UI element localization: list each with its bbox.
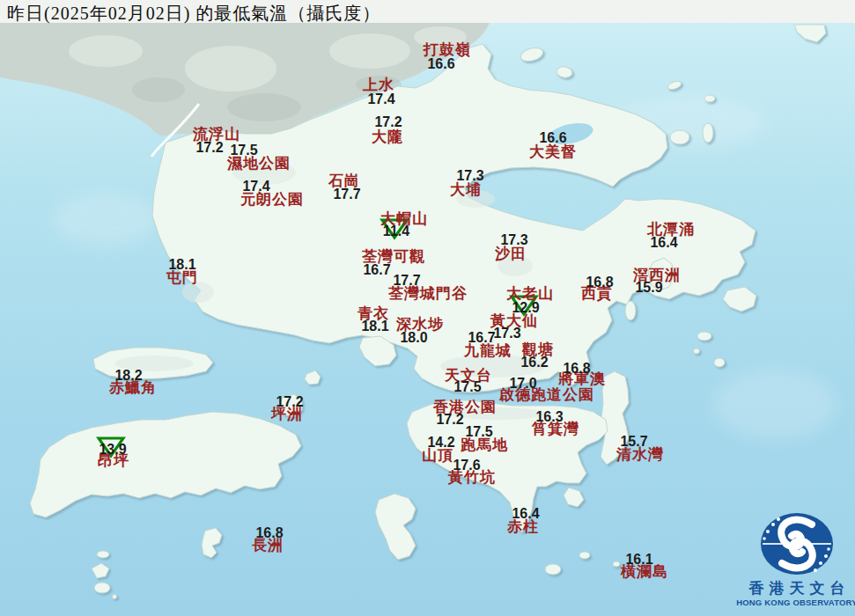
station-min-temp-value: 13.9 (99, 443, 126, 457)
hko-logo-name-zh: 香港天文台 (733, 581, 855, 598)
station-min-temp-value: 18.0 (400, 331, 427, 345)
hko-logo-name-en: HONG KONG OBSERVATORY (733, 598, 855, 608)
hko-logo: 香港天文台 HONG KONG OBSERVATORY (733, 509, 855, 608)
station-min-temp-value: 17.2 (436, 413, 463, 427)
station-min-temp-value: 17.2 (195, 141, 223, 155)
station-min-temp-value: 17.2 (374, 115, 402, 129)
station-min-temp-value: 15.9 (635, 281, 662, 295)
station-name: 山頂 (422, 448, 453, 463)
station-min-temp-value: 17.7 (333, 187, 360, 202)
station-min-temp-value: 16.1 (625, 553, 652, 567)
station-min-temp-value: 17.2 (276, 395, 303, 409)
station-name: 打鼓嶺 (424, 42, 471, 57)
station-name: 沙田 (495, 246, 527, 261)
station-min-temp-value: 11.4 (383, 224, 409, 238)
station-name: 濕地公園 (227, 156, 291, 171)
station-min-temp-value: 18.1 (168, 258, 195, 272)
station-min-temp-value: 17.5 (465, 425, 492, 439)
station-min-temp-value: 16.4 (650, 236, 677, 250)
station-min-temp-value: 18.2 (114, 369, 142, 383)
station-min-temp-value: 16.8 (586, 275, 613, 290)
station-min-temp-value: 16.6 (427, 57, 454, 71)
station-min-temp-value: 12.9 (512, 301, 539, 315)
station-min-temp-value: 16.4 (512, 507, 539, 521)
station-min-temp-value: 17.3 (493, 326, 520, 341)
hko-min-temp-map-page: 昨日(2025年02月02日) 的最低氣溫（攝氏度） 打鼓嶺16.6上水17.4… (0, 0, 855, 616)
station-min-temp-value: 17.5 (453, 380, 481, 394)
station-name: 赤柱 (507, 519, 539, 534)
station-min-temp-value: 16.7 (363, 263, 390, 277)
station-min-temp-value: 17.0 (509, 377, 536, 391)
station-name: 屯門 (166, 270, 198, 285)
station-name: 跑馬地 (461, 437, 508, 452)
station-min-temp-value: 16.8 (255, 526, 283, 540)
station-name: 大老山 (506, 286, 554, 301)
station-min-temp-value: 16.8 (563, 362, 590, 376)
station-name: 上水 (363, 77, 394, 92)
station-min-temp-value: 17.3 (500, 233, 527, 247)
station-min-temp-value: 17.4 (367, 92, 394, 106)
station-min-temp-value: 16.2 (520, 356, 548, 370)
station-min-temp-value: 17.4 (242, 180, 269, 194)
station-min-temp-value: 16.7 (468, 331, 495, 345)
station-min-temp-value: 17.5 (230, 143, 257, 158)
station-name: 荃灣可觀 (362, 249, 425, 264)
station-name: 流浮山 (193, 127, 240, 142)
page-title: 昨日(2025年02月02日) 的最低氣溫（攝氏度） (7, 2, 380, 26)
station-min-temp-value: 16.6 (539, 131, 566, 145)
station-name: 元朗公園 (240, 192, 304, 207)
station-name: 清水灣 (616, 447, 664, 462)
hong-kong-map (0, 0, 855, 616)
station-min-temp-value: 15.7 (620, 435, 647, 449)
station-min-temp-value: 17.6 (453, 458, 480, 473)
station-name: 大隴 (372, 129, 403, 144)
station-min-temp-value: 16.3 (535, 410, 563, 424)
station-min-temp-value: 18.1 (361, 319, 388, 334)
station-name: 石崗 (328, 173, 360, 188)
station-name: 北潭涌 (647, 222, 695, 237)
station-name: 深水埗 (396, 317, 444, 332)
station-name: 九龍城 (464, 343, 512, 358)
station-min-temp-value: 17.3 (456, 169, 483, 183)
station-min-temp-value: 14.2 (427, 436, 454, 450)
station-min-temp-value: 17.7 (393, 274, 420, 288)
station-name: 荃灣城門谷 (388, 286, 468, 301)
station-name: 大美督 (529, 144, 577, 159)
station-name: 大埔 (450, 182, 482, 197)
